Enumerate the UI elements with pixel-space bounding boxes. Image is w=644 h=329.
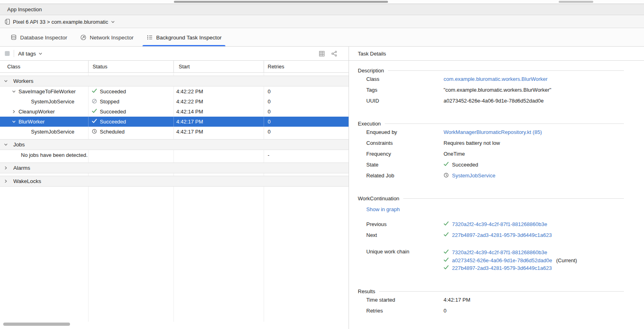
table-row-blurworker-selected[interactable]: BlurWorker Succeeded 4:42:17 PM 0 — [0, 117, 349, 127]
table-toolbar: All tags — [0, 47, 349, 61]
succeeded-check-icon — [92, 109, 97, 115]
class-link[interactable]: com.example.bluromatic.workers.BlurWorke… — [444, 76, 547, 82]
column-header-start[interactable]: Start — [174, 61, 264, 72]
panel-title: App Inspection — [7, 6, 42, 12]
related-job-link[interactable]: SystemJobService — [452, 173, 495, 179]
tag-filter-dropdown[interactable]: All tags — [18, 51, 43, 57]
detail-label: Retries — [366, 308, 444, 314]
table-row-systemjobservice-2[interactable]: SystemJobService Scheduled 4:42:17 PM 0 — [0, 127, 349, 137]
table-view-icon[interactable] — [319, 51, 325, 57]
group-label: Workers — [13, 78, 33, 84]
inspector-tab-bar: Database Inspector Network Inspector Bac… — [0, 29, 644, 47]
row-class: SaveImageToFileWorker — [19, 88, 76, 95]
detail-row-time-started: Time started 4:42:17 PM — [366, 294, 624, 305]
horizontal-scrollbar-thumb[interactable] — [174, 1, 388, 3]
chain-work-link[interactable]: 7320a2f2-4c39-4c2f-87f1-881268860b3e — [452, 249, 547, 255]
succeeded-check-icon — [444, 162, 449, 168]
chevron-down-icon — [4, 79, 8, 83]
group-jobs[interactable]: Jobs — [0, 139, 349, 150]
database-icon — [10, 34, 17, 41]
column-header-status[interactable]: Status — [89, 61, 174, 72]
task-tree: Workers SaveImageToFileWorker Succeeded … — [0, 73, 349, 329]
row-start: 4:42:17 PM — [174, 117, 264, 127]
time-started-value: 4:42:17 PM — [444, 297, 471, 303]
group-wakelocks[interactable]: WakeLocks — [0, 176, 349, 187]
task-details-body: Description Class com.example.bluromatic… — [349, 61, 644, 329]
row-class: BlurWorker — [19, 119, 45, 125]
succeeded-check-icon — [444, 257, 449, 263]
device-icon — [5, 19, 10, 25]
device-process-selector[interactable]: Pixel 6 API 33 > com.example.bluromatic — [0, 16, 644, 28]
group-alarms[interactable]: Alarms — [0, 162, 349, 173]
succeeded-check-icon — [444, 249, 449, 255]
row-status: Scheduled — [100, 129, 124, 135]
chevron-right-icon[interactable] — [12, 109, 16, 114]
succeeded-check-icon — [444, 221, 449, 227]
previous-work-link[interactable]: 7320a2f2-4c39-4c2f-87f1-881268860b3e — [452, 221, 547, 227]
detail-label: UUID — [366, 98, 444, 104]
state-value: Succeeded — [452, 162, 478, 168]
group-label: WakeLocks — [13, 178, 41, 184]
tag-filter-label: All tags — [18, 51, 36, 57]
graph-view-icon[interactable] — [331, 51, 337, 57]
column-header-retries[interactable]: Retries — [264, 61, 349, 72]
next-work-link[interactable]: 227b4897-2ad3-4281-9579-3d6449c1a623 — [452, 232, 552, 238]
tab-database-inspector[interactable]: Database Inspector — [4, 29, 74, 46]
column-header-class[interactable]: Class — [0, 61, 89, 72]
table-column-header: Class Status Start Retries — [0, 61, 349, 73]
enqueued-by-link[interactable]: WorkManagerBluromaticRepository.kt (85) — [444, 129, 542, 135]
table-row-saveimagetofileworker[interactable]: SaveImageToFileWorker Succeeded 4:42:22 … — [0, 86, 349, 97]
chevron-down-icon — [111, 20, 115, 24]
table-row-systemjobservice-1[interactable]: SystemJobService Stopped 4:42:22 PM 0 — [0, 97, 349, 107]
detail-row-next: Next 227b4897-2ad3-4281-9579-3d6449c1a62… — [366, 230, 624, 241]
group-workers[interactable]: Workers — [0, 76, 349, 86]
section-rule — [385, 123, 624, 124]
detail-label: Related Job — [366, 173, 444, 179]
row-retries: 0 — [264, 86, 349, 97]
frequency-value: OneTime — [444, 151, 465, 157]
chevron-down-icon[interactable] — [12, 119, 16, 124]
chevron-right-icon — [4, 179, 8, 183]
row-class: SystemJobService — [31, 99, 74, 105]
tags-value: "com.example.bluromatic.workers.BlurWork… — [444, 87, 551, 93]
row-status: Succeeded — [100, 119, 126, 125]
stop-inspection-icon[interactable] — [5, 51, 10, 56]
horizontal-scrollbar-thumb[interactable] — [559, 1, 593, 3]
row-start: 4:42:14 PM — [174, 107, 264, 117]
table-row-cleanupworker[interactable]: CleanupWorker Succeeded 4:42:14 PM 0 — [0, 107, 349, 117]
chain-item: 7320a2f2-4c39-4c2f-87f1-881268860b3e — [444, 249, 577, 257]
device-selector-label: Pixel 6 API 33 > com.example.bluromatic — [13, 19, 108, 25]
scheduled-clock-icon — [444, 173, 449, 179]
chevron-down-icon[interactable] — [12, 89, 16, 94]
detail-row-retries: Retries 0 — [366, 305, 624, 316]
row-status: Stopped — [100, 99, 119, 105]
chevron-down-icon — [4, 142, 8, 147]
detail-label: Constraints — [366, 140, 444, 146]
chain-work-link[interactable]: 227b4897-2ad3-4281-9579-3d6449c1a623 — [452, 265, 552, 271]
network-icon — [80, 34, 87, 41]
row-start: 4:42:17 PM — [174, 127, 264, 137]
section-rule — [403, 198, 624, 199]
succeeded-check-icon — [444, 232, 449, 238]
detail-label: Unique work chain — [366, 249, 444, 255]
show-in-graph-link[interactable]: Show in graph — [366, 206, 400, 212]
detail-row-constraints: Constraints Requires battery not low — [366, 138, 624, 148]
group-label: Alarms — [13, 165, 30, 171]
row-retries: 0 — [264, 107, 349, 117]
tab-label: Background Task Inspector — [156, 35, 222, 41]
tab-network-inspector[interactable]: Network Inspector — [74, 29, 140, 46]
chain-work-link[interactable]: a0273452-626e-4a06-9d1e-78d6d52dad0e — [452, 257, 552, 263]
horizontal-scrollbar-thumb[interactable] — [3, 323, 70, 326]
tab-background-task-inspector[interactable]: Background Task Inspector — [140, 29, 228, 46]
detail-row-enqueued-by: Enqueued by WorkManagerBluromaticReposit… — [366, 127, 624, 138]
section-workcontinuation: WorkContinuation — [358, 195, 624, 202]
detail-row-state: State Succeeded — [366, 159, 624, 170]
section-results: Results — [358, 288, 624, 294]
detail-label: Time started — [366, 297, 444, 303]
table-row-no-jobs: No jobs have been detected. - — [0, 150, 349, 160]
uuid-value: a0273452-626e-4a06-9d1e-78d6d52dad0e — [444, 98, 544, 104]
tab-label: Network Inspector — [90, 35, 134, 41]
main-split-pane: All tags Class Status Start Retries — [0, 47, 644, 329]
task-details-panel: Task Details Description Class com.examp… — [349, 47, 644, 329]
detail-row-related-job: Related Job SystemJobService — [366, 170, 624, 181]
